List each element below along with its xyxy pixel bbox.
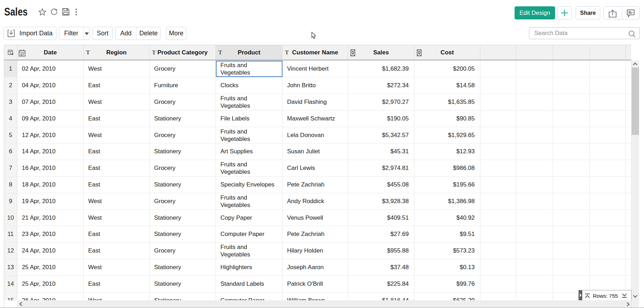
svg-text:17: 17 [20, 52, 24, 56]
